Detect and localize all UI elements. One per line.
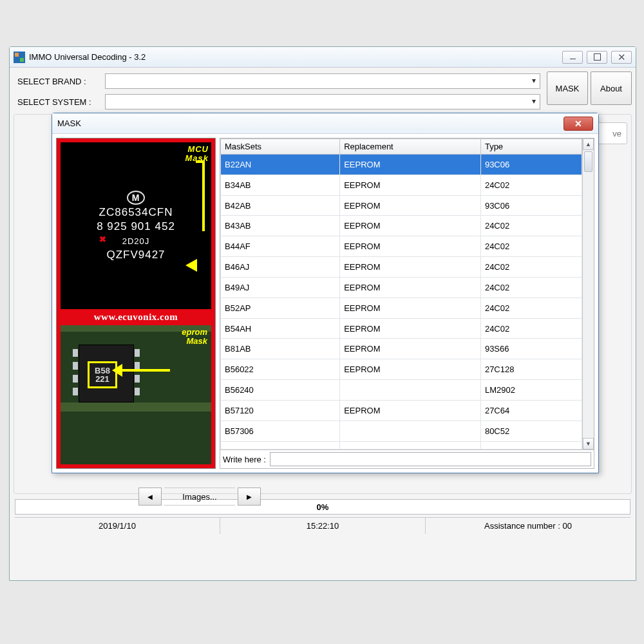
dialog-title: MASK [57,118,81,128]
cell: EEPROM [340,195,481,216]
images-next-button[interactable]: ► [238,488,261,506]
table-row[interactable]: B49AJEEPROM24C02 [221,277,582,298]
cell: EEPROM [340,318,481,339]
cell: EEPROM [340,298,481,318]
col-replacement[interactable]: Replacement [340,139,481,155]
col-type[interactable]: Type [480,139,582,155]
about-button[interactable]: About [591,71,632,105]
status-bar: 2019/1/10 15:22:10 Assistance number : 0… [15,517,630,534]
cell: B42AB [221,195,340,216]
write-here-input[interactable] [270,452,591,466]
cell: B56022 [221,359,340,380]
scroll-up-icon[interactable]: ▲ [583,138,594,150]
cell: 93S66 [480,339,582,359]
table-row[interactable]: B43ABEEPROM24C02 [221,216,582,236]
minimize-button[interactable] [562,51,583,64]
table-row[interactable] [221,441,582,449]
select-system-combo[interactable] [105,94,540,109]
table-row[interactable]: B56022EEPROM27C128 [221,359,582,380]
status-assist: Assistance number : 00 [426,518,630,534]
cell: 24C02 [480,175,582,195]
table-row[interactable]: B44AFEEPROM24C02 [221,236,582,257]
eprom-label-line1: eprom [182,328,207,337]
eprom-chip-area: eprom Mask B58 221 [61,325,211,464]
cell: EEPROM [340,175,481,195]
dialog-titlebar[interactable]: MASK ✕ [52,113,598,134]
grid-scrollbar[interactable]: ▲ ▼ [582,138,594,450]
table-row[interactable]: B81ABEEPROM93S66 [221,339,582,359]
cell: LM2902 [480,380,582,401]
cell [340,421,481,441]
motorola-logo-icon: M [127,191,145,205]
status-time: 15:22:10 [220,518,426,534]
mask-dialog: MASK ✕ MCU Mask M ZC86534CFN 8 925 901 4… [52,113,599,473]
cell: 24C02 [480,216,582,236]
images-prev-button[interactable]: ◄ [138,488,162,506]
cell: B46AJ [221,257,340,278]
strike-x-icon: ✖ [99,234,107,244]
progress-bar: 0% [15,499,630,515]
cell: EEPROM [340,216,481,236]
vendor-url: www.ecuvonix.com [57,309,215,325]
mcu-chip-area: MCU Mask M ZC86534CFN 8 925 901 452 ✖ 2D… [61,142,211,309]
table-row[interactable]: B46AJEEPROM24C02 [221,257,582,278]
table-row[interactable]: B22ANEEPROM93C06 [221,155,582,175]
cell: B56240 [221,380,340,401]
mcu-label-line1: MCU [185,145,209,154]
close-button[interactable]: ✕ [611,51,632,64]
cell: B22AN [221,155,340,175]
mask-button[interactable]: MASK [547,71,588,105]
mcu-arrow-icon [196,160,205,231]
col-masksets[interactable]: MaskSets [221,139,340,155]
table-row[interactable]: B52APEEPROM24C02 [221,298,582,318]
cell: 24C02 [480,257,582,278]
cell: B52AP [221,298,340,318]
titlebar[interactable]: IMMO Universal Decoding - 3.2 ✕ [10,47,636,68]
write-here-label: Write here : [223,455,266,464]
cell: EEPROM [340,359,481,380]
cell: 27C128 [480,359,582,380]
table-row[interactable]: B5730680C52 [221,421,582,441]
table-row[interactable]: B42ABEEPROM93C06 [221,195,582,216]
cell: B57306 [221,421,340,441]
maximize-button[interactable] [587,51,607,64]
table-row[interactable]: B57120EEPROM27C64 [221,400,582,421]
cell: 24C02 [480,318,582,339]
chip-line3: 2D20J [122,236,150,246]
dialog-close-button[interactable]: ✕ [564,117,593,131]
mask-grid: MaskSets Replacement Type B22ANEEPROM93C… [220,138,594,469]
cell: EEPROM [340,155,481,175]
cell: 24C02 [480,277,582,298]
cell: 93C06 [480,155,582,175]
cell: 24C02 [480,236,582,257]
cell [340,380,481,401]
scroll-thumb[interactable] [584,151,592,172]
cell: B81AB [221,339,340,359]
cell: EEPROM [340,400,481,421]
table-row[interactable]: B34ABEEPROM24C02 [221,175,582,195]
select-system-label: SELECT SYSTEM : [17,97,101,107]
cell: B49AJ [221,277,340,298]
scroll-down-icon[interactable]: ▼ [583,438,594,450]
mcu-arrowhead-icon [185,259,197,272]
select-brand-combo[interactable] [105,73,540,89]
window-title: IMMO Universal Decoding - 3.2 [29,52,146,62]
cell: EEPROM [340,257,481,278]
cell: B43AB [221,216,340,236]
table-row[interactable]: B56240LM2902 [221,380,582,401]
cell: B54AH [221,318,340,339]
images-label: Images... [164,488,235,506]
cell: EEPROM [340,236,481,257]
status-date: 2019/1/10 [15,518,220,534]
eprom-arrow-icon [122,369,170,372]
select-brand-label: SELECT BRAND : [17,77,101,86]
cell: B44AF [221,236,340,257]
chip-line4: QZFV9427 [106,249,165,261]
table-row[interactable]: B54AHEEPROM24C02 [221,318,582,339]
chip-image-panel: MCU Mask M ZC86534CFN 8 925 901 452 ✖ 2D… [56,138,216,469]
cell: B34AB [221,175,340,195]
chip-line2: 8 925 901 452 [97,220,175,233]
cell: 80C52 [480,421,582,441]
cell: 93C06 [480,195,582,216]
cell: 27C64 [480,400,582,421]
